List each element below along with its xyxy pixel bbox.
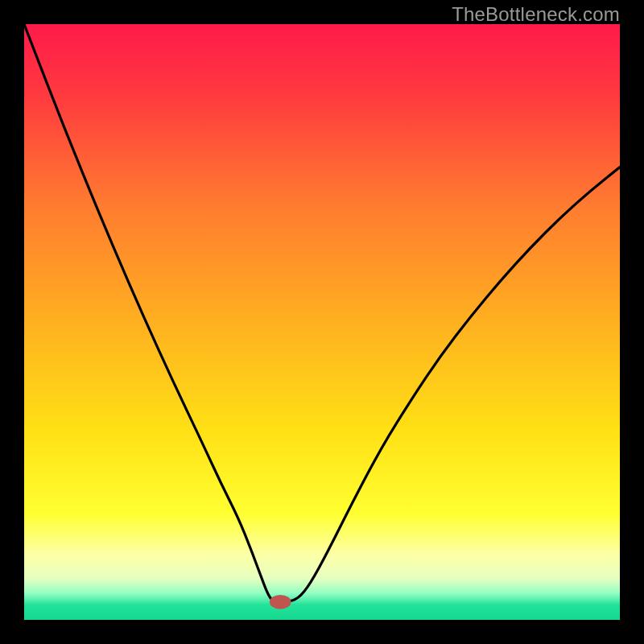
plot-area <box>24 24 620 620</box>
watermark: TheBottleneck.com <box>452 3 620 26</box>
gradient-background <box>24 24 620 620</box>
chart-frame: TheBottleneck.com <box>0 0 644 644</box>
bottleneck-chart <box>24 24 620 620</box>
optimal-marker <box>270 595 291 609</box>
